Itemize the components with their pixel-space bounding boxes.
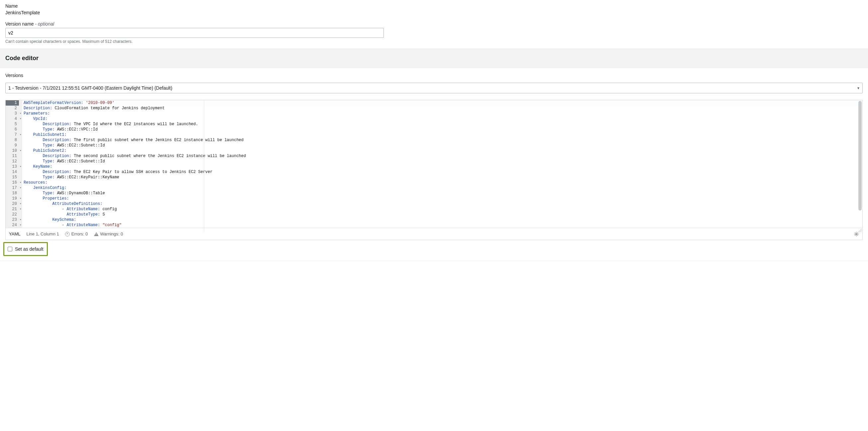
line-number: 14 — [6, 170, 19, 175]
editor-line[interactable]: 11 Description: The second public subnet… — [6, 153, 862, 159]
code-content[interactable]: Properties: — [22, 196, 862, 201]
fold-toggle-icon[interactable]: ▾ — [19, 116, 22, 122]
editor-line[interactable]: 4▾ VpcId: — [6, 116, 862, 122]
code-content[interactable]: - AttributeName: config — [22, 207, 862, 212]
code-content[interactable]: Type: AWS::EC2::Subnet::Id — [22, 159, 862, 164]
code-content[interactable]: Description: The first public subnet whe… — [22, 137, 862, 143]
line-number: 5 — [6, 122, 19, 127]
fold-toggle-icon[interactable]: ▾ — [19, 196, 22, 201]
line-number: 1 — [6, 100, 19, 105]
line-number: 10 — [6, 148, 19, 153]
editor-line[interactable]: 15 Type: AWS::EC2::KeyPair::KeyName — [6, 175, 862, 180]
code-editor[interactable]: 1AWSTemplateFormatVersion: '2010-09-09'2… — [5, 100, 863, 240]
code-content[interactable]: PublicSubnet1: — [22, 132, 862, 137]
code-content[interactable]: Description: The second public subnet wh… — [22, 153, 862, 159]
code-content[interactable]: Description: CloudFormation template for… — [22, 105, 862, 111]
version-name-input[interactable] — [5, 28, 384, 38]
versions-select[interactable]: 1 - Testversion - 7/1/2021 12:55:51 GMT-… — [5, 83, 863, 93]
line-number: 23 — [6, 217, 19, 222]
code-content[interactable]: JenkinsConfig: — [22, 185, 862, 191]
editor-line[interactable]: 20▾ AttributeDefinitions: — [6, 201, 862, 207]
code-content[interactable]: Resources: — [22, 180, 862, 185]
versions-label: Versions — [5, 73, 863, 78]
editor-line[interactable]: 5 Description: The VPC Id where the EC2 … — [6, 122, 862, 127]
editor-line[interactable]: 17▾ JenkinsConfig: — [6, 185, 862, 191]
line-number: 3 — [6, 111, 19, 116]
editor-mode: YAML — [9, 232, 20, 237]
set-as-default-checkbox[interactable] — [8, 247, 12, 251]
line-number: 8 — [6, 137, 19, 143]
fold-toggle-icon[interactable]: ▾ — [19, 207, 22, 212]
code-content[interactable]: - AttributeName: "config" — [22, 222, 862, 228]
code-content[interactable]: Parameters: — [22, 111, 862, 116]
fold-toggle-icon[interactable]: ▾ — [19, 132, 22, 137]
editor-scrollbar[interactable] — [858, 101, 862, 226]
fold-spacer — [19, 122, 22, 127]
version-name-help: Can't contain special characters or spac… — [5, 39, 863, 44]
code-content[interactable]: KeySchema: — [22, 217, 862, 222]
editor-errors[interactable]: ✕ Errors: 0 — [65, 232, 88, 237]
line-number: 16 — [6, 180, 19, 185]
editor-line[interactable]: 16▾Resources: — [6, 180, 862, 185]
editor-warnings-label: Warnings: 0 — [100, 232, 123, 237]
fold-spacer — [19, 153, 22, 159]
versions-selected-text: 1 - Testversion - 7/1/2021 12:55:51 GMT-… — [8, 85, 172, 91]
line-number: 19 — [6, 196, 19, 201]
fold-toggle-icon[interactable]: ▾ — [19, 148, 22, 153]
editor-line[interactable]: 18 Type: AWS::DynamoDB::Table — [6, 191, 862, 196]
resize-handle-icon[interactable] — [857, 227, 862, 233]
editor-line[interactable]: 6 Type: AWS::EC2::VPC::Id — [6, 127, 862, 132]
fold-spacer — [19, 143, 22, 148]
line-number: 21 — [6, 207, 19, 212]
editor-line[interactable]: 7▾ PublicSubnet1: — [6, 132, 862, 137]
editor-line[interactable]: 2Description: CloudFormation template fo… — [6, 105, 862, 111]
editor-line[interactable]: 19▾ Properties: — [6, 196, 862, 201]
editor-line[interactable]: 12 Type: AWS::EC2::Subnet::Id — [6, 159, 862, 164]
editor-line[interactable]: 1AWSTemplateFormatVersion: '2010-09-09' — [6, 100, 862, 105]
fold-toggle-icon[interactable]: ▾ — [19, 164, 22, 170]
code-content[interactable]: KeyName: — [22, 164, 862, 170]
set-as-default-container[interactable]: Set as default — [3, 242, 48, 256]
fold-toggle-icon[interactable]: ▾ — [19, 111, 22, 116]
code-content[interactable]: AWSTemplateFormatVersion: '2010-09-09' — [22, 100, 862, 105]
editor-cursor-position: Line 1, Column 1 — [26, 232, 59, 237]
editor-print-margin — [204, 100, 204, 233]
editor-warnings[interactable]: Warnings: 0 — [94, 232, 123, 237]
name-value: JenkinsTemplate — [5, 10, 863, 15]
fold-toggle-icon[interactable]: ▾ — [19, 222, 22, 228]
line-number: 15 — [6, 175, 19, 180]
code-content[interactable]: Type: AWS::DynamoDB::Table — [22, 191, 862, 196]
code-content[interactable]: AttributeDefinitions: — [22, 201, 862, 207]
editor-line[interactable]: 9 Type: AWS::EC2::Subnet::Id — [6, 143, 862, 148]
editor-line[interactable]: 22 AttributeType: S — [6, 212, 862, 217]
editor-line[interactable]: 13▾ KeyName: — [6, 164, 862, 170]
line-number: 20 — [6, 201, 19, 207]
editor-line[interactable]: 10▾ PublicSubnet2: — [6, 148, 862, 153]
fold-spacer — [19, 100, 22, 105]
editor-line[interactable]: 23▾ KeySchema: — [6, 217, 862, 222]
code-content[interactable]: Type: AWS::EC2::VPC::Id — [22, 127, 862, 132]
line-number: 6 — [6, 127, 19, 132]
editor-line[interactable]: 3▾Parameters: — [6, 111, 862, 116]
editor-scrollbar-thumb[interactable] — [858, 101, 862, 211]
code-content[interactable]: Type: AWS::EC2::KeyPair::KeyName — [22, 175, 862, 180]
code-content[interactable]: Description: The VPC Id where the EC2 in… — [22, 122, 862, 127]
code-content[interactable]: PublicSubnet2: — [22, 148, 862, 153]
version-name-label: Version name - optional — [5, 21, 863, 27]
code-content[interactable]: AttributeType: S — [22, 212, 862, 217]
code-editor-heading: Code editor — [0, 49, 868, 68]
editor-line[interactable]: 14 Description: The EC2 Key Pair to allo… — [6, 170, 862, 175]
code-content[interactable]: VpcId: — [22, 116, 862, 122]
fold-toggle-icon[interactable]: ▾ — [19, 217, 22, 222]
fold-toggle-icon[interactable]: ▾ — [19, 180, 22, 185]
editor-line[interactable]: 21▾ - AttributeName: config — [6, 207, 862, 212]
editor-status-bar: YAML Line 1, Column 1 ✕ Errors: 0 Warnin… — [6, 228, 862, 240]
editor-line[interactable]: 24▾ - AttributeName: "config" — [6, 222, 862, 228]
code-content[interactable]: Type: AWS::EC2::Subnet::Id — [22, 143, 862, 148]
line-number: 2 — [6, 105, 19, 111]
fold-toggle-icon[interactable]: ▾ — [19, 185, 22, 191]
line-number: 22 — [6, 212, 19, 217]
code-content[interactable]: Description: The EC2 Key Pair to allow S… — [22, 170, 862, 175]
fold-toggle-icon[interactable]: ▾ — [19, 201, 22, 207]
editor-line[interactable]: 8 Description: The first public subnet w… — [6, 137, 862, 143]
